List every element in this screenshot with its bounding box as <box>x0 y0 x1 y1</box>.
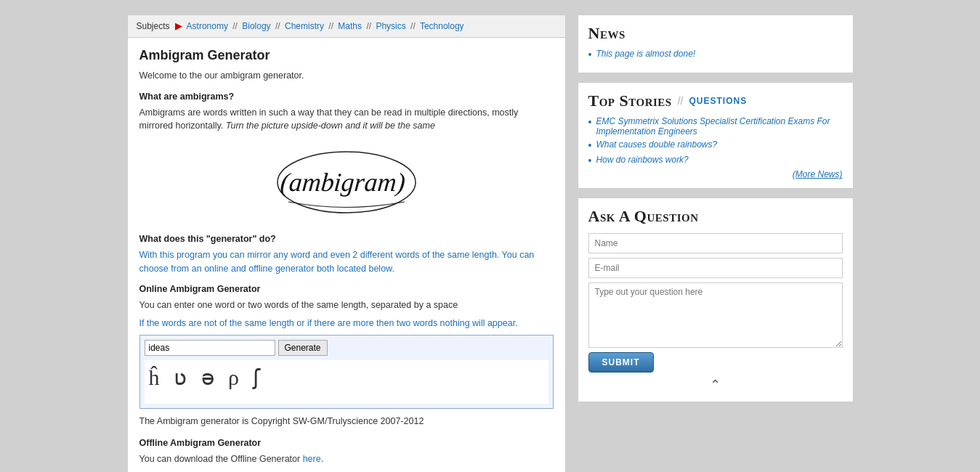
ambigram-chars: ĥ ʋ ə ρ ʃ <box>149 365 265 389</box>
top-stories-title: Top Stories <box>588 91 672 110</box>
ambigram-result-display: ĥ ʋ ə ρ ʃ <box>145 360 548 404</box>
news-title: News <box>588 24 843 43</box>
story-item-1: • EMC Symmetrix Solutions Specialist Cer… <box>588 116 843 137</box>
story-link-1[interactable]: EMC Symmetrix Solutions Specialist Certi… <box>596 116 842 137</box>
story-bullet-2: • <box>588 139 592 152</box>
top-stories-box: Top Stories // questions • EMC Symmetrix… <box>578 82 854 190</box>
story-bullet-3: • <box>588 155 592 167</box>
subjects-bar: Subjects ▶ Astronomy // Biology // Chemi… <box>128 15 565 38</box>
question-textarea[interactable] <box>588 282 843 348</box>
online-text2: If the words are not of the same length … <box>139 317 554 330</box>
name-input[interactable] <box>588 233 843 253</box>
story-link-3[interactable]: How do rainbows work? <box>596 155 688 165</box>
story-item-2: • What causes double rainbows? <box>588 139 843 152</box>
generator-do-text: With this program you can mirror any wor… <box>139 248 554 276</box>
word-input[interactable] <box>145 340 275 356</box>
story-link-2[interactable]: What causes double rainbows? <box>596 139 717 150</box>
subject-link-biology[interactable]: Biology <box>242 21 270 31</box>
generator-do-heading: What does this "generator" do? <box>139 232 554 246</box>
generate-button[interactable]: Generate <box>278 340 328 356</box>
page-title: Ambigram Generator <box>139 48 554 63</box>
story-bullet-1: • <box>588 116 592 129</box>
offline-link[interactable]: here <box>303 454 321 464</box>
ask-title: Ask a question <box>588 207 843 226</box>
chevron-up-icon: ⌃ <box>710 378 721 392</box>
submit-button[interactable]: Submit <box>588 352 654 373</box>
news-item: • This page is almost done! <box>588 49 843 61</box>
subjects-label: Subjects <box>137 21 170 31</box>
subject-link-chemistry[interactable]: Chemistry <box>285 21 324 31</box>
more-news-anchor[interactable]: (More News) <box>793 169 843 179</box>
news-item-text: This page is almost done! <box>596 49 695 59</box>
story-item-3: • How do rainbows work? <box>588 155 843 167</box>
online-heading: Online Ambigram Generator <box>139 282 554 296</box>
svg-text:(ambigram): (ambigram) <box>279 168 406 197</box>
subject-link-maths[interactable]: Maths <box>338 21 362 31</box>
questions-link[interactable]: questions <box>689 96 747 106</box>
subject-link-astronomy[interactable]: Astronomy <box>187 21 228 31</box>
left-panel: Subjects ▶ Astronomy // Biology // Chemi… <box>127 15 566 472</box>
online-text1: You can enter one word or two words of t… <box>139 298 554 312</box>
ambigram-image: (ambigram) <box>139 140 554 222</box>
what-are-heading: What are ambigrams? <box>139 90 554 104</box>
generator-box: Generate ĥ ʋ ə ρ ʃ <box>139 335 554 409</box>
subjects-arrow: ▶ <box>175 21 182 31</box>
right-panel: News • This page is almost done! Top Sto… <box>578 15 854 472</box>
offline-heading: Offline Ambigram Generator <box>139 436 554 450</box>
intro-text: Welcome to the our ambigram generator. <box>139 69 554 83</box>
subject-link-physics[interactable]: Physics <box>376 21 405 31</box>
subject-link-technology[interactable]: Technology <box>420 21 464 31</box>
ask-box: Ask a question Submit ⌃ <box>578 198 854 402</box>
what-are-text: Ambigrams are words written in such a wa… <box>139 106 554 134</box>
news-box: News • This page is almost done! <box>578 15 854 73</box>
news-bullet: • <box>588 49 592 61</box>
copyright-text: The Ambigram generator is Copyright SW-G… <box>139 415 554 428</box>
offline-text: You can download the Offline Generator h… <box>139 452 554 466</box>
scroll-up-button[interactable]: ⌃ <box>588 377 843 393</box>
more-news-link: (More News) <box>588 169 843 179</box>
offline-section: Offline Ambigram Generator You can downl… <box>139 436 554 472</box>
email-input[interactable] <box>588 258 843 278</box>
